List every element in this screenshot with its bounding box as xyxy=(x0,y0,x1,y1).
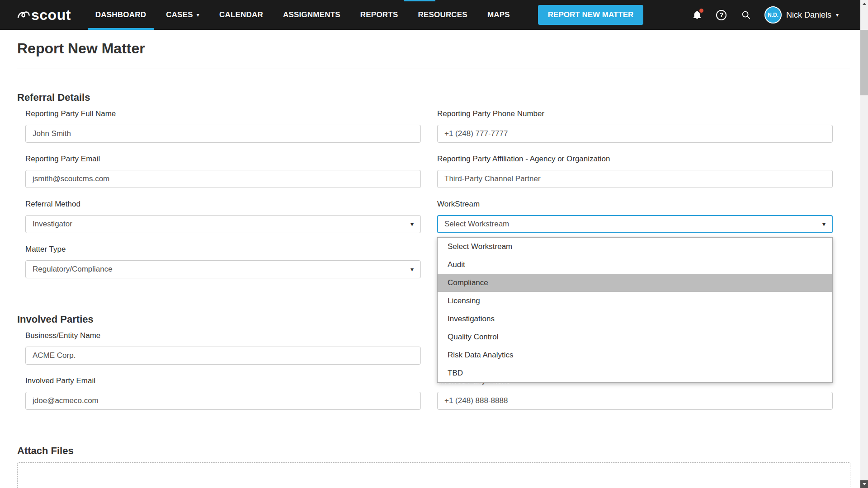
nav-item-label: RESOURCES xyxy=(418,10,467,19)
field-reporting-party-full-name: Reporting Party Full Name xyxy=(25,109,421,143)
select-value: Investigator xyxy=(33,220,72,229)
reporting-party-phone-input[interactable] xyxy=(437,125,833,143)
nav-item-maps[interactable]: MAPS xyxy=(480,0,518,30)
scrollbar[interactable] xyxy=(860,0,868,488)
notifications-button[interactable] xyxy=(691,9,703,21)
field-reporting-party-email: Reporting Party Email xyxy=(25,155,421,188)
scrollbar-up-button[interactable] xyxy=(860,0,868,8)
select-value: Select Workstream xyxy=(444,220,509,229)
title-divider xyxy=(17,69,850,69)
business-entity-name-input[interactable] xyxy=(25,347,421,365)
workstream-option[interactable]: Licensing xyxy=(438,292,832,310)
nav-utilities: ? N.D. Nick Daniels ▾ xyxy=(691,0,860,30)
reporting-party-full-name-input[interactable] xyxy=(25,125,421,143)
nav-item-label: REPORTS xyxy=(360,10,398,19)
field-business-entity-name: Business/Entity Name xyxy=(25,331,421,365)
workstream-option[interactable]: Investigations xyxy=(438,310,832,328)
workstream-option[interactable]: Risk Data Analytics xyxy=(438,346,832,364)
nav-item-dashboard[interactable]: DASHBOARD xyxy=(88,0,154,30)
workstream-option[interactable]: Select Workstream xyxy=(438,238,832,256)
scrollbar-thumb[interactable] xyxy=(860,30,868,95)
field-matter-type: Matter Type Regulatory/Compliance ▾ xyxy=(25,245,421,278)
nav-item-label: MAPS xyxy=(487,10,510,19)
workstream-option[interactable]: TBD xyxy=(438,364,832,382)
scout-logo[interactable]: scout xyxy=(17,0,71,30)
reporting-party-affiliation-input[interactable] xyxy=(437,170,833,188)
user-menu[interactable]: N.D. Nick Daniels ▾ xyxy=(764,6,839,23)
workstream-select[interactable]: Select Workstream ▾ xyxy=(437,215,833,233)
file-drop-zone[interactable] xyxy=(17,462,850,488)
field-referral-method: Referral Method Investigator ▾ xyxy=(25,200,421,233)
avatar: N.D. xyxy=(764,6,782,23)
nav-item-assignments[interactable]: ASSIGNMENTS xyxy=(275,0,348,30)
nav-item-label: CASES xyxy=(166,10,193,19)
nav-item-cases[interactable]: CASES ▾ xyxy=(158,0,207,30)
field-label: Reporting Party Email xyxy=(25,155,421,164)
nav-item-resources[interactable]: RESOURCES xyxy=(410,0,475,30)
field-label: Business/Entity Name xyxy=(25,331,421,340)
field-reporting-party-phone: Reporting Party Phone Number xyxy=(437,109,833,143)
field-reporting-party-affiliation: Reporting Party Affiliation - Agency or … xyxy=(437,155,833,188)
top-nav: scout DASHBOARD CASES ▾ CALENDAR ASSIGNM… xyxy=(0,0,860,30)
involved-party-phone-input[interactable] xyxy=(437,392,833,410)
field-label: WorkStream xyxy=(437,200,833,209)
arrow-down-icon xyxy=(863,483,866,485)
field-involved-party-email: Involved Party Email xyxy=(25,376,421,410)
field-label: Reporting Party Affiliation - Agency or … xyxy=(437,155,833,164)
user-name: Nick Daniels xyxy=(786,10,831,20)
notification-dot xyxy=(699,9,703,13)
involved-party-email-input[interactable] xyxy=(25,392,421,410)
workstream-option-list: Select Workstream Audit Compliance Licen… xyxy=(438,238,832,382)
workstream-option[interactable]: Compliance xyxy=(438,274,832,292)
chevron-down-icon: ▾ xyxy=(822,221,826,228)
workstream-dropdown: Select Workstream Audit Compliance Licen… xyxy=(437,237,833,383)
section-heading-referral-details: Referral Details xyxy=(17,92,850,103)
workstream-option[interactable]: Audit xyxy=(438,256,832,274)
main-content: Report New Matter Referral Details Repor… xyxy=(0,30,860,488)
scout-logo-icon xyxy=(17,8,30,22)
report-new-matter-button[interactable]: REPORT NEW MATTER xyxy=(538,5,644,25)
field-label: Referral Method xyxy=(25,200,421,209)
chevron-down-icon: ▾ xyxy=(410,266,414,273)
select-value: Regulatory/Compliance xyxy=(33,265,113,274)
help-button[interactable]: ? xyxy=(716,9,727,21)
search-button[interactable] xyxy=(740,9,752,21)
chevron-down-icon: ▾ xyxy=(197,12,199,18)
matter-type-select[interactable]: Regulatory/Compliance ▾ xyxy=(25,260,421,278)
field-label: Involved Party Email xyxy=(25,376,421,385)
chevron-down-icon: ▾ xyxy=(410,221,414,228)
field-label: Reporting Party Full Name xyxy=(25,109,421,118)
chevron-down-icon: ▾ xyxy=(836,12,839,18)
scout-logo-text: scout xyxy=(31,7,71,23)
referral-form: Reporting Party Full Name Reporting Part… xyxy=(25,109,833,278)
nav-item-calendar[interactable]: CALENDAR xyxy=(212,0,271,30)
help-icon: ? xyxy=(716,10,726,20)
reporting-party-email-input[interactable] xyxy=(25,170,421,188)
nav-item-label: ASSIGNMENTS xyxy=(283,10,340,19)
nav-item-label: CALENDAR xyxy=(219,10,263,19)
page-title: Report New Matter xyxy=(17,40,850,57)
scrollbar-down-button[interactable] xyxy=(860,480,868,488)
arrow-up-icon xyxy=(863,3,866,5)
nav-item-label: DASHBOARD xyxy=(95,10,146,19)
nav-item-reports[interactable]: REPORTS xyxy=(353,0,406,30)
field-workstream: WorkStream Select Workstream ▾ Select Wo… xyxy=(437,200,833,233)
search-icon xyxy=(741,10,751,20)
nav-menu: DASHBOARD CASES ▾ CALENDAR ASSIGNMENTS R… xyxy=(85,0,520,30)
field-label: Matter Type xyxy=(25,245,421,254)
section-heading-attach-files: Attach Files xyxy=(17,445,850,457)
referral-method-select[interactable]: Investigator ▾ xyxy=(25,215,421,233)
field-label: Reporting Party Phone Number xyxy=(437,109,833,118)
workstream-option[interactable]: Quality Control xyxy=(438,328,832,346)
